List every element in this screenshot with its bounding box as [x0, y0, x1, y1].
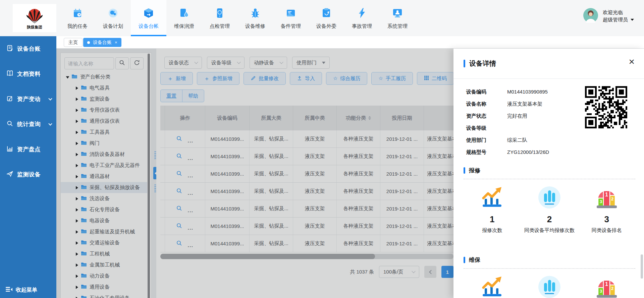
calendar-task-icon	[71, 7, 84, 20]
detail-field: 设备编码 M0144103990895	[466, 89, 580, 96]
field-label: 使用部门	[466, 137, 507, 144]
book-icon	[6, 70, 13, 78]
phone-inspection-icon	[214, 7, 226, 20]
stat-section: 维保	[464, 256, 635, 298]
stat-icon	[537, 185, 561, 211]
field-value: M0144103990895	[507, 89, 548, 96]
chevron-down-icon	[48, 97, 52, 100]
equipment-detail-drawer: 设备详情 × 设备编码 M0144103990895 设备名称 液压支架基本架 …	[453, 49, 644, 298]
sidebar-item-statistics-query[interactable]: 统计查询	[0, 112, 56, 137]
plan-icon	[107, 7, 119, 20]
drawer-title: 设备详情	[469, 59, 496, 68]
field-label: 设备名称	[466, 101, 507, 108]
section-accent-bar	[464, 257, 465, 263]
search-icon	[6, 120, 13, 128]
cube-ledger-icon	[143, 7, 155, 20]
dotted-divider	[464, 268, 635, 269]
edit-square-icon	[6, 95, 13, 103]
mail-parts-icon	[285, 7, 297, 20]
field-value: 液压支架基本架	[507, 101, 542, 108]
field-label: 设备编码	[466, 89, 507, 96]
bar-chart-icon	[6, 145, 13, 154]
company-logo: 陕煤集团	[13, 4, 56, 32]
sidebar-item-equipment-ledger[interactable]: 设备台账	[0, 36, 56, 61]
sidebar-item-asset-changes[interactable]: 资产变动	[0, 86, 56, 112]
stat-item: 2 同类设备平均报修次数	[521, 185, 578, 234]
field-value: 综采二队	[507, 137, 527, 144]
field-label: 规格型号	[466, 149, 507, 156]
chevron-down-icon	[48, 122, 52, 125]
stat-item: 1 报修次数	[464, 185, 521, 234]
nav-equipment-repair[interactable]: 设备维修	[237, 0, 273, 36]
nav-inspection[interactable]: 点检管理	[202, 0, 237, 36]
role-name: 超级管理员	[603, 16, 628, 24]
qr-code	[585, 86, 627, 128]
stat-icon: 123	[595, 185, 619, 211]
top-nav: 我的任务 设备计划 设备台帐 维保润滑 点检管理 设备维修 备件管理 设备外委	[60, 0, 415, 36]
detail-field: 使用部门 综采二队	[466, 137, 580, 144]
top-bar: 陕煤集团 我的任务 设备计划 设备台帐 维保润滑 点检管理 设备维修	[0, 0, 644, 36]
trend-chart-icon	[480, 294, 504, 298]
user-menu[interactable]: 欢迎光临 超级管理员	[583, 8, 634, 24]
welcome-text: 欢迎光临	[603, 9, 634, 16]
svg-text:1: 1	[605, 192, 608, 197]
tab-close-icon[interactable]: ×	[115, 40, 117, 45]
collapse-menu-button[interactable]: 收起菜单	[5, 286, 37, 294]
close-icon[interactable]: ×	[629, 57, 635, 67]
stat-icon	[480, 275, 504, 298]
stat-label: 报修次数	[482, 227, 502, 234]
field-label: 设备等级	[466, 125, 507, 132]
nav-my-tasks[interactable]: 我的任务	[60, 0, 95, 36]
nav-spare-parts[interactable]: 备件管理	[273, 0, 309, 36]
stat-icon	[480, 185, 504, 211]
stat-label: 同类设备平均报修次数	[524, 227, 575, 234]
avatar	[583, 8, 598, 24]
detail-field: 规格型号 ZYG12000/13/26D	[466, 149, 580, 156]
section-title: 报修	[469, 167, 480, 174]
podium-ranking-icon: 123	[595, 205, 619, 211]
sidebar-item-asset-inventory[interactable]: 资产盘点	[0, 137, 56, 162]
field-value: 完好在用	[507, 113, 527, 120]
bar-chart-circle-icon	[537, 205, 561, 211]
detail-field: 资产状态 完好在用	[466, 113, 580, 120]
section-title: 维保	[469, 256, 480, 264]
user-dropdown-caret[interactable]	[631, 19, 634, 21]
stat-item: 123	[578, 275, 635, 298]
stat-section: 报修 1 报修次数	[464, 167, 635, 234]
stat-icon	[537, 275, 561, 298]
tab-bar: 主页 设备台账 ×	[56, 36, 644, 49]
nav-equipment-plan[interactable]: 设备计划	[95, 0, 131, 36]
stat-item	[521, 275, 578, 298]
svg-text:2: 2	[611, 196, 613, 201]
title-accent-bar	[464, 60, 465, 67]
nav-accident[interactable]: 事故管理	[344, 0, 380, 36]
ledger-doc-icon	[6, 45, 13, 53]
sidebar-item-documents[interactable]: 文档资料	[0, 61, 56, 86]
clipboard-outsourcing-icon	[320, 7, 332, 20]
svg-text:3: 3	[600, 199, 602, 204]
tab-equipment-ledger[interactable]: 设备台账 ×	[83, 38, 121, 47]
nav-maintenance-lubrication[interactable]: 维保润滑	[166, 0, 202, 36]
stat-item: 123 3 同类设备排名	[578, 185, 635, 234]
nav-system[interactable]: 系统管理	[380, 0, 415, 36]
svg-text:2: 2	[611, 286, 613, 291]
svg-text:3: 3	[600, 289, 602, 294]
field-label: 资产状态	[466, 113, 507, 120]
drawer-scrollbar[interactable]	[641, 254, 643, 279]
paper-plane-icon	[6, 170, 13, 179]
active-tab-dot	[87, 41, 90, 44]
sidebar-item-monitoring-equipment[interactable]: 监测设备	[0, 162, 56, 187]
stat-value: 3	[604, 214, 609, 224]
podium-ranking-icon: 123	[595, 294, 619, 298]
nav-outsourcing[interactable]: 设备外委	[309, 0, 344, 36]
lubrication-icon	[178, 7, 190, 20]
dotted-divider	[464, 179, 635, 179]
nav-equipment-ledger[interactable]: 设备台帐	[131, 0, 166, 36]
left-sidebar: 设备台账 文档资料 资产变动 统计查询 资产盘点 监测设备 收起菜单	[0, 36, 56, 298]
svg-text:1: 1	[605, 281, 608, 287]
monitor-system-icon	[391, 7, 404, 20]
collapse-menu-icon	[5, 286, 13, 294]
tab-home[interactable]: 主页	[64, 38, 83, 47]
bar-chart-circle-icon	[537, 294, 561, 298]
stat-sections: 报修 1 报修次数	[464, 167, 635, 298]
